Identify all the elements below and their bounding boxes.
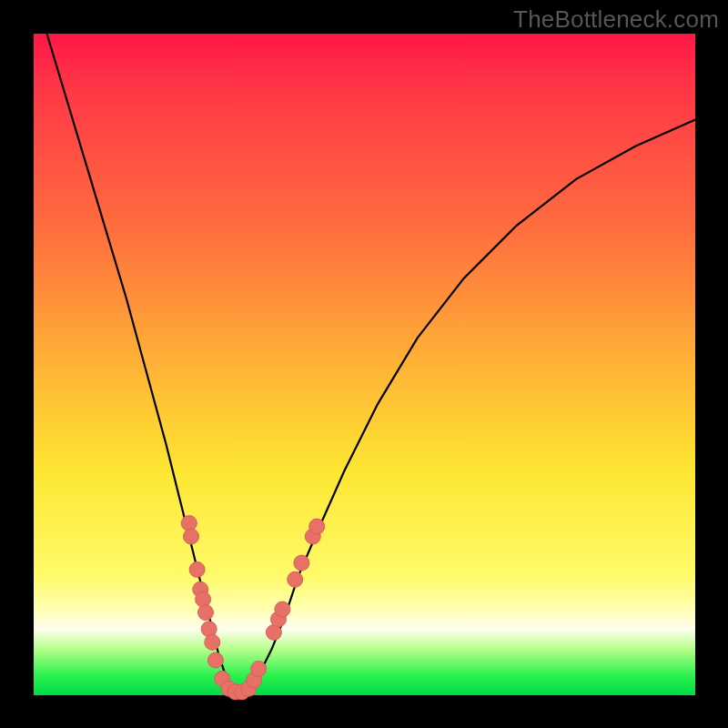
data-marker (288, 571, 303, 587)
data-marker (205, 634, 220, 650)
bottleneck-curve (47, 34, 696, 695)
plot-area (34, 34, 695, 695)
watermark-text: TheBottleneck.com (513, 5, 719, 34)
data-marker (207, 652, 223, 668)
data-marker (198, 605, 214, 621)
data-marker (309, 519, 325, 534)
curve-svg (34, 34, 695, 695)
data-marker (251, 661, 267, 676)
chart-frame: TheBottleneck.com (0, 0, 728, 728)
data-marker (184, 529, 199, 544)
marker-group (181, 516, 324, 700)
data-marker (196, 592, 211, 607)
data-marker (189, 561, 205, 577)
data-marker (294, 555, 309, 571)
data-marker (275, 602, 290, 617)
